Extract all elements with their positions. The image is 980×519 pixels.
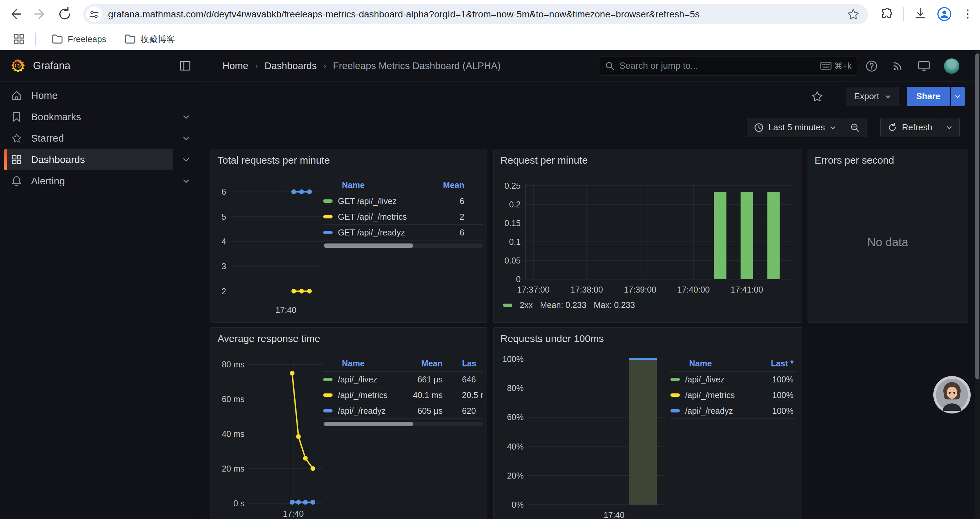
bookmark-folder-freeleaps[interactable]: Freeleaps (47, 30, 111, 48)
svg-text:40 ms: 40 ms (222, 429, 245, 439)
toolbar-separator (903, 7, 904, 21)
help-icon[interactable] (865, 60, 878, 72)
export-button[interactable]: Export (846, 87, 899, 106)
header-icon-cluster (865, 50, 959, 82)
share-split-button: Share (907, 87, 965, 106)
panel-under-100ms: Requests under 100ms 100%80%60%40%20%0%1… (493, 327, 802, 519)
bookmark-star-icon[interactable] (846, 8, 860, 21)
time-range-picker[interactable]: Last 5 minutes (747, 118, 843, 137)
panel-avg-response-time: Average response time 80 ms60 ms40 ms20 … (210, 327, 487, 519)
refresh-icon (887, 123, 897, 133)
svg-text:17:40: 17:40 (604, 510, 625, 519)
chevron-down-icon[interactable] (182, 113, 190, 121)
sidebar-item-bookmarks[interactable]: Bookmarks (0, 106, 199, 128)
extensions-icon[interactable] (880, 7, 894, 21)
svg-text:17:38:00: 17:38:00 (570, 285, 603, 294)
chevron-down-icon (946, 124, 953, 131)
forward-button[interactable] (29, 3, 51, 25)
zoom-out-icon (850, 123, 860, 133)
search-input[interactable]: Search or jump to... ⌘+k (599, 56, 858, 75)
reload-button[interactable] (54, 3, 75, 25)
download-icon[interactable] (913, 7, 927, 21)
legend-mean: Mean: 0.233 (540, 300, 586, 310)
legend-scrollbar-thumb[interactable] (324, 243, 413, 248)
favorite-star-icon[interactable] (811, 90, 824, 103)
legend-inline[interactable]: 2xx Mean: 0.233 Max: 0.233 (503, 300, 635, 310)
time-controls-bar: Last 5 minutes (199, 111, 980, 144)
browser-menu-icon[interactable] (961, 8, 974, 21)
legend-header-name[interactable]: Name (670, 359, 756, 368)
tune-icon (89, 10, 99, 19)
assistant-avatar[interactable] (932, 375, 971, 414)
legend-header-mean[interactable]: Mean (406, 359, 442, 368)
refresh-interval-button[interactable] (939, 118, 959, 137)
kiosk-monitor-icon[interactable] (917, 60, 931, 72)
series-color-pill (323, 393, 332, 397)
svg-text:6: 6 (221, 187, 226, 196)
chevron-down-icon[interactable] (182, 134, 190, 142)
dock-sidebar-icon[interactable] (180, 60, 191, 72)
breadcrumb-dashboards[interactable]: Dashboards (264, 61, 317, 72)
brand-name: Grafana (33, 60, 180, 72)
svg-text:2: 2 (221, 287, 226, 296)
bookmark-folder-blogs[interactable]: 收藏博客 (120, 30, 180, 48)
search-placeholder: Search or jump to... (619, 61, 820, 71)
zoom-out-button[interactable] (843, 118, 867, 137)
apps-grid-icon[interactable] (13, 34, 25, 45)
chevron-down-icon[interactable] (182, 177, 190, 185)
legend-header-mean[interactable]: Mean (433, 180, 483, 190)
chevron-down-icon[interactable] (182, 156, 190, 164)
keyboard-icon (820, 62, 832, 70)
grafana-logo[interactable] (10, 58, 26, 74)
legend-header-name[interactable]: Name (323, 180, 433, 190)
svg-text:4: 4 (221, 237, 226, 246)
legend-header-last[interactable]: Last * (756, 359, 796, 368)
sidebar: Grafana Home Bookmarks (0, 50, 199, 519)
legend-scrollbar[interactable] (323, 422, 483, 426)
back-button[interactable] (5, 3, 26, 25)
svg-text:0.25: 0.25 (504, 181, 521, 190)
legend-scrollbar-thumb[interactable] (324, 422, 413, 426)
page-scrollbar[interactable] (975, 50, 980, 519)
panel-title[interactable]: Errors per second (815, 155, 894, 166)
page-scrollbar-thumb[interactable] (975, 53, 979, 379)
bookmark-folder-label: 收藏博客 (140, 34, 175, 45)
legend-row: /api/_/livez 661 µs 646 (323, 372, 483, 387)
bookmarks-bar: Freeleaps 收藏博客 (0, 28, 980, 50)
user-avatar[interactable] (944, 58, 959, 74)
legend-header-name[interactable]: Name (323, 359, 406, 368)
svg-text:3: 3 (221, 262, 226, 271)
series-color-pill (503, 303, 512, 307)
share-button[interactable]: Share (907, 87, 950, 106)
breadcrumb-current: Freeleaps Metrics Dashboard (ALPHA) (333, 61, 501, 72)
legend-table: Name Mean GET /api/_/livez 6 GET /api/_/… (323, 177, 483, 248)
breadcrumb-home[interactable]: Home (223, 61, 248, 72)
legend-row: GET /api/_/metrics 2 (323, 209, 483, 225)
svg-text:0.2: 0.2 (509, 200, 521, 209)
panel-errors-per-second: Errors per second No data (808, 149, 968, 323)
refresh-button[interactable]: Refresh (881, 118, 939, 137)
dashboards-icon (11, 154, 22, 165)
sidebar-item-starred[interactable]: Starred (0, 128, 199, 149)
site-settings-button[interactable] (86, 6, 102, 22)
legend-scrollbar[interactable] (323, 243, 483, 248)
legend-row: /api/_/metrics 100% (670, 387, 796, 403)
folder-icon (124, 34, 136, 44)
share-menu-button[interactable] (951, 87, 965, 106)
legend-header-last[interactable]: Las (442, 359, 483, 368)
svg-text:0.05: 0.05 (504, 256, 521, 265)
series-color-pill (323, 215, 332, 219)
svg-text:17:40: 17:40 (275, 305, 296, 315)
profile-icon[interactable] (937, 6, 952, 22)
url-text[interactable]: grafana.mathmast.com/d/deytv4rwavabkb/fr… (108, 9, 846, 20)
svg-text:60 ms: 60 ms (222, 394, 245, 404)
url-bar[interactable]: grafana.mathmast.com/d/deytv4rwavabkb/fr… (83, 4, 868, 24)
sidebar-item-home[interactable]: Home (0, 85, 199, 106)
chevron-down-icon (830, 124, 836, 131)
svg-text:20%: 20% (507, 471, 524, 480)
svg-text:17:40:00: 17:40:00 (677, 285, 710, 294)
sidebar-item-dashboards[interactable]: Dashboards (0, 149, 199, 170)
series-color-pill (670, 378, 680, 381)
news-rss-icon[interactable] (891, 60, 904, 72)
sidebar-item-alerting[interactable]: Alerting (0, 170, 199, 192)
